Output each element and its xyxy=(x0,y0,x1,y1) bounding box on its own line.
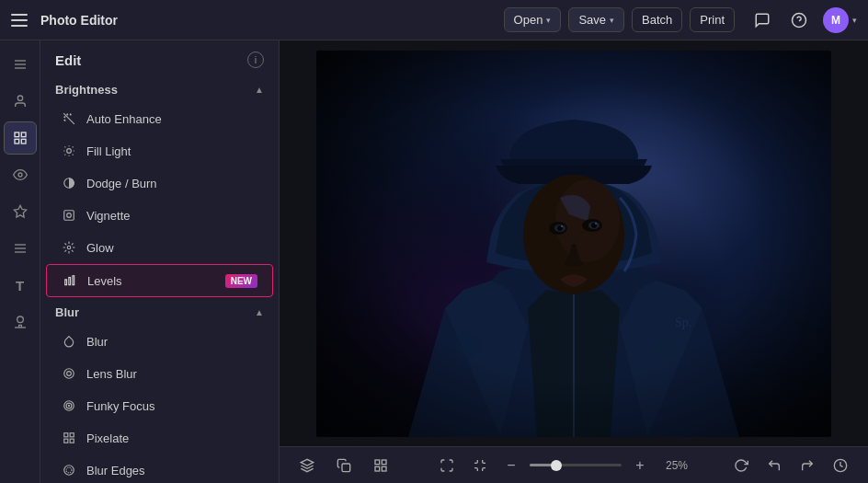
svg-rect-8 xyxy=(15,139,19,144)
brightness-section-title: Brightness xyxy=(55,83,118,97)
topbar-icons: M ▾ xyxy=(749,7,857,33)
levels-item[interactable]: Levels NEW xyxy=(46,264,273,297)
svg-line-20 xyxy=(64,146,65,147)
app-title: Photo Editor xyxy=(40,13,118,28)
svg-point-10 xyxy=(18,173,22,177)
vignette-label: Vignette xyxy=(86,209,258,223)
save-button[interactable]: Save ▾ xyxy=(568,7,624,32)
expand-icon[interactable] xyxy=(434,453,460,478)
auto-enhance-label: Auto Enhance xyxy=(86,112,258,126)
chat-icon[interactable] xyxy=(749,7,775,33)
svg-rect-9 xyxy=(21,139,26,144)
svg-point-34 xyxy=(67,372,72,376)
auto-enhance-item[interactable]: Auto Enhance xyxy=(46,103,273,134)
history-icon[interactable] xyxy=(828,453,853,478)
lens-blur-item[interactable]: Lens Blur xyxy=(46,358,273,389)
zoom-slider[interactable] xyxy=(530,464,622,466)
nav-stamp-icon[interactable] xyxy=(4,305,37,339)
copy-icon[interactable] xyxy=(331,453,357,478)
zoom-value: 25% xyxy=(658,459,688,472)
photo-display: Sp. xyxy=(316,51,831,437)
bottom-toolbar: − + 25% xyxy=(280,446,868,483)
svg-rect-38 xyxy=(64,433,68,437)
glow-label: Glow xyxy=(86,241,258,255)
funky-focus-label: Funky Focus xyxy=(86,399,258,413)
svg-point-17 xyxy=(67,149,72,154)
blur-edges-icon xyxy=(61,462,77,478)
nav-text-icon[interactable]: T xyxy=(4,269,37,302)
layers-icon[interactable] xyxy=(294,453,320,478)
svg-point-15 xyxy=(17,316,23,323)
avatar-wrapper[interactable]: M ▾ xyxy=(823,7,857,33)
nav-eye-icon[interactable] xyxy=(4,158,37,191)
canvas-area: Sp. xyxy=(280,40,868,483)
levels-label: Levels xyxy=(87,274,216,288)
vignette-icon xyxy=(61,207,77,224)
glow-item[interactable]: Glow xyxy=(46,232,273,263)
batch-button[interactable]: Batch xyxy=(632,7,682,32)
svg-point-28 xyxy=(67,213,72,218)
avatar: M xyxy=(823,7,849,33)
panel-header: Edit i xyxy=(40,40,279,75)
svg-line-24 xyxy=(64,155,65,155)
redo-icon[interactable] xyxy=(794,453,820,478)
new-badge: NEW xyxy=(225,274,257,288)
canvas-content[interactable]: Sp. xyxy=(280,40,868,446)
compress-icon[interactable] xyxy=(467,453,493,478)
brightness-section-header[interactable]: Brightness ▲ xyxy=(40,75,279,102)
svg-marker-11 xyxy=(14,205,26,217)
lens-blur-label: Lens Blur xyxy=(86,367,258,381)
bottom-right-tools xyxy=(728,453,853,478)
help-icon[interactable] xyxy=(786,7,812,33)
blur-item[interactable]: Blur xyxy=(46,326,273,357)
sun-icon xyxy=(61,143,77,159)
svg-point-42 xyxy=(64,466,74,476)
nav-tune-icon[interactable] xyxy=(4,232,37,265)
droplet-icon xyxy=(61,333,77,350)
wand-icon xyxy=(61,110,77,127)
funky-focus-item[interactable]: Funky Focus xyxy=(46,390,273,421)
grid-view-icon[interactable] xyxy=(368,453,394,478)
dodge-burn-label: Dodge / Burn xyxy=(86,177,258,190)
menu-icon[interactable] xyxy=(11,9,33,31)
focus-icon xyxy=(61,397,77,414)
svg-rect-63 xyxy=(375,460,380,465)
panel-title: Edit xyxy=(55,52,81,68)
zoom-controls: − + 25% xyxy=(434,453,688,478)
fill-light-item[interactable]: Fill Light xyxy=(46,135,273,167)
blur-section-title: Blur xyxy=(55,305,79,319)
svg-rect-30 xyxy=(65,280,67,285)
svg-point-37 xyxy=(68,405,69,406)
blur-section-header[interactable]: Blur ▲ xyxy=(40,298,279,325)
zoom-out-button[interactable]: − xyxy=(500,454,522,477)
svg-rect-39 xyxy=(70,433,74,437)
svg-rect-64 xyxy=(382,460,386,465)
svg-point-33 xyxy=(64,369,74,379)
panel-scroll[interactable]: Brightness ▲ Auto Enhance xyxy=(40,75,279,483)
info-icon[interactable]: i xyxy=(247,52,264,68)
pixelate-item[interactable]: Pixelate xyxy=(46,422,273,454)
svg-rect-60 xyxy=(316,51,831,437)
svg-point-5 xyxy=(17,96,22,100)
nav-menu-icon[interactable] xyxy=(4,48,37,81)
pixelate-label: Pixelate xyxy=(86,431,258,445)
vignette-item[interactable]: Vignette xyxy=(46,200,273,231)
undo-icon[interactable] xyxy=(761,453,787,478)
zoom-in-button[interactable]: + xyxy=(629,454,651,477)
svg-point-29 xyxy=(67,246,71,249)
topbar: Photo Editor Open ▾ Save ▾ Batch Print M… xyxy=(0,0,868,40)
nav-person-icon[interactable] xyxy=(4,85,37,118)
edit-panel: Edit i Brightness ▲ Auto Enhance xyxy=(40,40,280,483)
svg-line-16 xyxy=(63,113,74,124)
svg-rect-41 xyxy=(70,439,74,443)
open-button[interactable]: Open ▾ xyxy=(504,7,562,32)
refresh-icon[interactable] xyxy=(728,453,754,478)
blur-edges-item[interactable]: Blur Edges xyxy=(46,454,273,483)
zoom-thumb[interactable] xyxy=(551,460,562,471)
fill-light-label: Fill Light xyxy=(86,144,258,158)
dodge-burn-item[interactable]: Dodge / Burn xyxy=(46,167,273,199)
nav-sparkle-icon[interactable] xyxy=(4,195,37,228)
lens-icon xyxy=(61,365,77,382)
print-button[interactable]: Print xyxy=(690,7,735,32)
nav-sliders-icon[interactable] xyxy=(4,121,37,155)
